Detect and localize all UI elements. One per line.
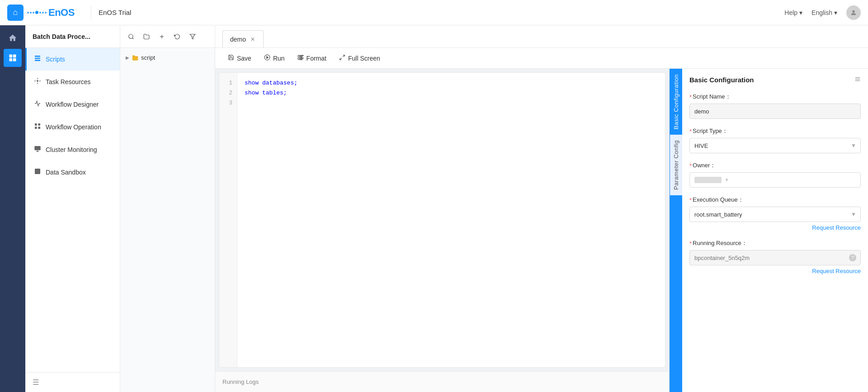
sidebar-item-scripts[interactable]: Scripts (25, 48, 120, 71)
cluster-monitoring-icon (34, 145, 41, 154)
script-type-select[interactable]: HIVE SPARK PYTHON (689, 138, 861, 153)
workflow-designer-icon (34, 100, 41, 109)
file-tree: ▶ script (120, 48, 215, 392)
home-icon[interactable]: ⌂ (7, 5, 24, 21)
tab-param-config[interactable]: Parameter Config (670, 135, 682, 195)
logo-text: EnOS (48, 7, 75, 19)
required-star-1: * (689, 94, 692, 100)
svg-rect-26 (300, 58, 303, 58)
nav-icons (0, 25, 25, 392)
run-icon (264, 54, 270, 62)
request-resource-button-1[interactable]: Request Resource (812, 224, 861, 231)
tab-demo[interactable]: demo ✕ (222, 30, 264, 47)
code-line-3 (245, 98, 658, 108)
running-resource-label: * Running Resource： (689, 239, 861, 247)
svg-rect-13 (34, 146, 40, 150)
help-label: Help (784, 9, 797, 16)
svg-rect-5 (35, 56, 40, 57)
filter-button[interactable] (186, 30, 199, 43)
request-resource-button-2[interactable]: Request Resource (812, 268, 861, 274)
config-panel-title: Basic Configuration (689, 76, 754, 84)
owner-label: * Owner： (689, 161, 861, 170)
running-resource-input[interactable] (689, 250, 861, 265)
config-expand-icon[interactable] (854, 76, 861, 84)
running-resource-help-icon[interactable]: ? (849, 254, 856, 261)
save-icon (228, 54, 234, 62)
sidebar-bottom[interactable]: ☰ (25, 372, 120, 392)
save-label: Save (237, 55, 251, 62)
request-resource-link-2: Request Resource (689, 267, 861, 274)
config-tabs-vertical: Basic Configuration Parameter Config (670, 69, 682, 392)
help-menu[interactable]: Help ▾ (784, 9, 802, 16)
new-folder-button[interactable] (140, 30, 153, 43)
nav-home[interactable] (4, 29, 22, 47)
sidebar: Batch Data Proce... Scripts Task Resourc… (25, 25, 120, 392)
sidebar-collapse-icon[interactable]: ☰ (33, 378, 39, 386)
svg-rect-2 (13, 55, 16, 58)
user-avatar[interactable] (846, 5, 861, 20)
owner-add-icon[interactable]: + (725, 177, 728, 183)
required-star-2: * (689, 128, 692, 135)
required-star-5: * (689, 240, 692, 247)
sidebar-item-task-resources[interactable]: Task Resources (25, 71, 120, 93)
header-right: Help ▾ English ▾ (784, 5, 861, 20)
tab-basic-config[interactable]: Basic Configuration (670, 69, 682, 135)
field-owner: * Owner： + (689, 161, 861, 188)
app-name: EnOS Trial (99, 9, 132, 16)
fullscreen-icon (339, 54, 345, 62)
code-line-1: show databases; (245, 78, 658, 88)
request-resource-link-1: Request Resource (689, 224, 861, 231)
script-type-label: * Script Type： (689, 127, 861, 135)
svg-rect-12 (38, 127, 40, 129)
execution-queue-label: * Execution Queue： (689, 196, 861, 204)
refresh-button[interactable] (171, 30, 184, 43)
main-layout: Batch Data Proce... Scripts Task Resourc… (0, 25, 868, 392)
nav-batch[interactable] (4, 49, 22, 67)
scripts-label: Scripts (46, 56, 65, 63)
svg-rect-25 (298, 58, 300, 60)
search-button[interactable] (125, 30, 137, 43)
sidebar-item-data-sandbox[interactable]: Data Sandbox (25, 161, 120, 184)
tree-expand-arrow: ▶ (126, 55, 129, 60)
format-label: Format (307, 55, 326, 62)
format-button[interactable]: Format (292, 52, 332, 65)
tab-close-button[interactable]: ✕ (250, 36, 256, 43)
svg-rect-11 (35, 127, 37, 129)
code-line-2: show tables; (245, 88, 658, 98)
svg-marker-19 (190, 34, 195, 39)
header: ⌂ EnOS EnOS Trial Help ▾ English ▾ (0, 0, 868, 25)
fullscreen-button[interactable]: Full Screen (334, 52, 386, 65)
workflow-operation-icon (34, 123, 41, 132)
task-resources-label: Task Resources (46, 78, 91, 85)
owner-field[interactable]: + (689, 172, 861, 188)
sidebar-item-workflow-designer[interactable]: Workflow Designer (25, 93, 120, 116)
workflow-designer-label: Workflow Designer (46, 101, 99, 108)
svg-rect-10 (38, 123, 40, 126)
svg-rect-9 (35, 123, 37, 126)
svg-rect-14 (35, 169, 40, 174)
language-selector[interactable]: English ▾ (811, 9, 837, 16)
svg-point-15 (129, 34, 133, 38)
config-header: Basic Configuration (689, 76, 861, 84)
editor-config-layout: 1 2 3 show databases; show tables; Runni… (215, 69, 868, 392)
editor-toolbar: Save Run Format Full Screen (215, 48, 868, 69)
svg-rect-6 (35, 58, 40, 59)
sidebar-item-workflow-operation[interactable]: Workflow Operation (25, 116, 120, 138)
running-logs: Running Logs (215, 371, 669, 392)
code-content[interactable]: show databases; show tables; (237, 73, 665, 367)
run-button[interactable]: Run (259, 52, 290, 65)
script-name-input[interactable] (689, 104, 861, 119)
svg-rect-3 (9, 58, 13, 61)
tab-demo-label: demo (230, 36, 246, 43)
field-execution-queue: * Execution Queue： root.smart_battery ro… (689, 196, 861, 231)
running-resource-wrapper: ? (689, 250, 861, 265)
logo[interactable]: ⌂ EnOS (7, 5, 75, 21)
file-tree-script[interactable]: ▶ script (120, 52, 215, 64)
svg-rect-27 (300, 59, 302, 60)
sidebar-item-cluster-monitoring[interactable]: Cluster Monitoring (25, 138, 120, 161)
execution-queue-select[interactable]: root.smart_battery root.default (689, 207, 861, 222)
editor-main[interactable]: 1 2 3 show databases; show tables; (219, 72, 665, 368)
add-file-button[interactable] (156, 30, 168, 43)
required-star-4: * (689, 197, 692, 203)
save-button[interactable]: Save (222, 52, 257, 65)
